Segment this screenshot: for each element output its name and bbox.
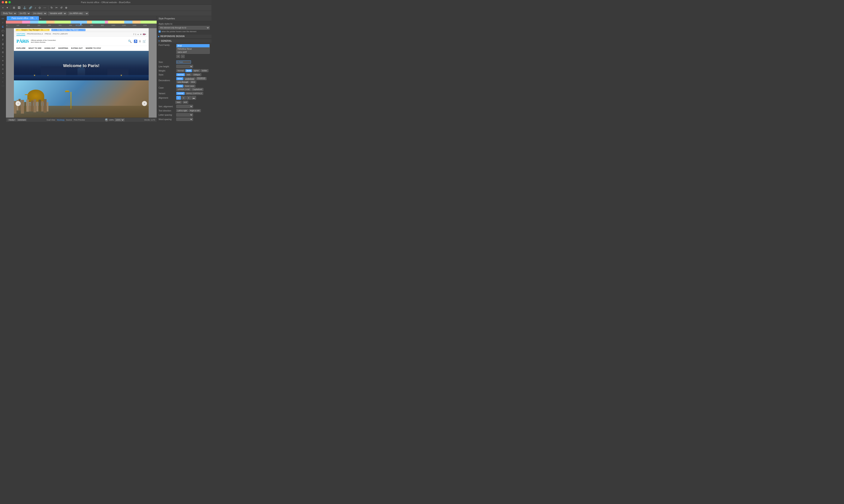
sidebar-icon-table2[interactable]: ⊡ xyxy=(1,67,5,71)
sidebar-icon-table1[interactable]: ⊞ xyxy=(1,63,5,67)
word-spacing-dropdown[interactable] xyxy=(176,118,193,121)
deco-blink-button[interactable]: blink xyxy=(190,80,196,84)
size-input[interactable] xyxy=(176,60,191,64)
view-wysiwyg[interactable]: Wysiwyg xyxy=(57,119,64,121)
sidebar-icon-i[interactable]: I xyxy=(1,38,5,41)
variant-smallcaps-button[interactable]: SMALL CAPITALS xyxy=(185,92,203,95)
sidebar-icon-u[interactable]: U xyxy=(1,42,5,46)
sidebar-icon-align1[interactable]: ≡ xyxy=(1,55,5,58)
sidebar-icon-b[interactable]: B xyxy=(1,34,5,37)
letter-spacing-dropdown[interactable] xyxy=(176,113,193,116)
vert-alignment-dropdown[interactable] xyxy=(176,105,193,108)
refresh-button[interactable]: ↻ xyxy=(50,6,54,10)
main-nav-shopping[interactable]: SHOPPING xyxy=(58,47,68,49)
tab-add-button[interactable]: + xyxy=(40,17,41,20)
minimize-button[interactable] xyxy=(5,1,7,3)
case-lower-button[interactable]: lower case xyxy=(184,85,195,88)
redo-button[interactable]: ↺ xyxy=(59,6,63,10)
deco-none-button[interactable]: None xyxy=(176,77,184,80)
aria-selector[interactable]: (no ARIA role) xyxy=(68,12,89,15)
twitter-icon[interactable]: t xyxy=(135,33,136,36)
link-button[interactable]: 🔗 xyxy=(28,6,33,10)
width-selector[interactable]: Variable width xyxy=(48,12,67,15)
hover-checkbox[interactable]: ✓ xyxy=(158,31,161,33)
sidebar-icon-c[interactable]: C xyxy=(1,25,5,29)
case-capitalize-button[interactable]: Capitalized xyxy=(191,88,203,91)
undo-button[interactable]: ✂ xyxy=(54,6,58,10)
sidebar-icon-code[interactable]: <> xyxy=(1,17,5,20)
deco-linethrough-button[interactable]: Line-through xyxy=(176,80,190,84)
align-start-button[interactable]: start xyxy=(175,101,182,104)
sidebar-icon-list1[interactable]: ≡ xyxy=(1,46,5,50)
weight-bolder-button[interactable]: bolder xyxy=(201,69,208,72)
script-button[interactable]: ⋯ xyxy=(42,6,47,10)
view-print[interactable]: Print Preview xyxy=(74,119,85,121)
nav-visitors[interactable]: VISITORS xyxy=(16,33,25,36)
case-none-button[interactable]: None xyxy=(176,85,184,88)
close-button[interactable] xyxy=(2,1,4,3)
facebook-icon[interactable]: f xyxy=(134,33,134,36)
maximize-button[interactable] xyxy=(8,1,11,3)
zoom-dropdown[interactable]: 100% xyxy=(115,119,124,121)
font-sans-serif[interactable]: sans-serif xyxy=(176,51,209,54)
style-oblique-button[interactable]: Oblique xyxy=(192,73,201,76)
nav-photo-library[interactable]: PHOTO LIBRARY xyxy=(53,33,68,36)
line-height-dropdown[interactable] xyxy=(176,65,193,68)
sidebar-icon-circle[interactable] xyxy=(1,30,5,33)
align-center-button[interactable]: ≡ xyxy=(181,96,186,100)
id-selector[interactable]: (no ID) xyxy=(18,12,31,15)
carousel-next-button[interactable]: › xyxy=(142,101,147,106)
main-nav-stay[interactable]: WHERE TO STAY xyxy=(86,47,101,49)
nav-press[interactable]: PRESS xyxy=(45,33,51,36)
sidebar-icon-list2[interactable]: ☰ xyxy=(1,51,5,54)
breadcrumb-body[interactable]: <body> xyxy=(7,119,16,121)
font-arial[interactable]: Arial xyxy=(176,44,209,47)
cart-icon[interactable]: 🛒 xyxy=(142,39,146,43)
search-icon[interactable]: 🔍 xyxy=(128,39,132,43)
carousel-prev-button[interactable]: ‹ xyxy=(16,101,21,106)
class-selector[interactable]: (no class) xyxy=(31,12,47,15)
main-nav-out[interactable]: GOING OUT xyxy=(45,47,55,49)
deco-underline-button[interactable]: Underlined xyxy=(184,77,196,80)
sidebar-icon-more[interactable]: ⋮⋮ xyxy=(1,84,5,88)
info-icon[interactable]: ℹ xyxy=(139,39,140,43)
anchor-button[interactable]: ⚓ xyxy=(22,6,27,10)
main-nav-see[interactable]: WHAT TO SEE xyxy=(29,47,41,49)
font-add-button[interactable]: + xyxy=(176,55,180,58)
align-left-button[interactable]: ≡ xyxy=(176,96,181,100)
sidebar-icon-align2[interactable]: ⊟ xyxy=(1,59,5,62)
weight-bold-button[interactable]: Bold xyxy=(185,69,192,72)
align-justify-button[interactable]: ▬ xyxy=(191,96,196,100)
variant-normal-button[interactable]: normal xyxy=(176,92,185,95)
table-button[interactable]: ⊞ xyxy=(12,6,16,10)
apply-dropdown[interactable]: this element only through its ID xyxy=(158,26,210,30)
audio-button[interactable]: ♪ xyxy=(34,6,37,10)
style-normal-button[interactable]: Normal xyxy=(176,73,185,76)
deco-overline-button[interactable]: Overlined xyxy=(196,77,207,80)
general-section-header[interactable]: ▼ GENERAL xyxy=(157,39,211,43)
font-remove-button[interactable]: − xyxy=(181,55,185,58)
sidebar-icon-1[interactable]: ! xyxy=(1,21,5,24)
responsive-design-section[interactable]: ▶ RESPONSIVE DESIGN xyxy=(157,34,211,38)
direction-rtl-button[interactable]: Right to left xyxy=(189,109,201,112)
tab-main[interactable]: 🌐 Paris tourist office - Offi... × xyxy=(7,16,39,20)
direction-ltr-button[interactable]: Left to right xyxy=(176,109,188,112)
copy-button[interactable]: ⊕ xyxy=(64,6,68,10)
sidebar-icon-outdent[interactable]: ← xyxy=(1,80,5,83)
other-social-icon[interactable]: ∞ xyxy=(137,33,139,36)
sidebar-icon-align3[interactable]: ≡ xyxy=(1,72,5,75)
new-button[interactable]: + xyxy=(1,6,5,10)
align-end-button[interactable]: end xyxy=(183,101,188,104)
sidebar-icon-indent[interactable]: → xyxy=(1,76,5,79)
weight-normal-button[interactable]: Normal xyxy=(176,69,185,72)
open-button[interactable]: ▼ xyxy=(5,6,9,9)
accessibility-icon[interactable]: ♿ xyxy=(134,39,137,43)
main-nav-explore[interactable]: EXPLORE xyxy=(16,47,25,49)
image-button[interactable]: 🖼 xyxy=(17,6,21,10)
font-helvetica[interactable]: Helvetica Neue xyxy=(176,47,209,51)
case-upper-button[interactable]: UPPER CASE xyxy=(176,88,191,91)
tag-selector[interactable]: Body Text xyxy=(1,12,17,15)
main-nav-eating[interactable]: EATING OUT xyxy=(71,47,83,49)
weight-lighter-button[interactable]: lighter xyxy=(192,69,200,72)
dropdown-icon[interactable]: ▾ xyxy=(140,33,141,36)
